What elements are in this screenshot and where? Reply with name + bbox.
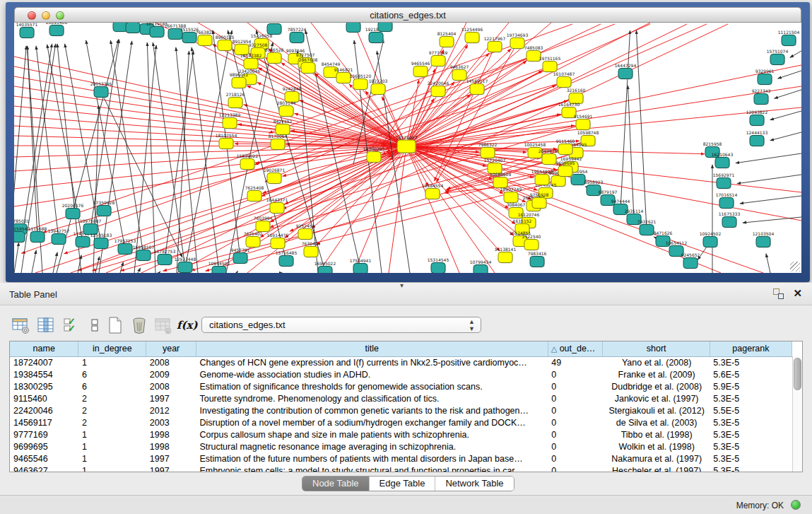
table-cell[interactable]: 2012 (146, 404, 196, 416)
table-cell[interactable]: 2 (78, 392, 146, 404)
network-node[interactable]: 11675333 (719, 211, 741, 228)
network-node[interactable]: 7625408 (245, 185, 264, 202)
table-cell[interactable]: 0 (548, 465, 603, 472)
network-node[interactable]: 7603994 (254, 216, 273, 233)
table-cell[interactable]: Jankovic et al. (1997) (603, 392, 710, 404)
network-node[interactable]: 18300295 (363, 146, 385, 163)
network-node[interactable]: 10688609 (490, 172, 512, 189)
tab-network-table[interactable]: Network Table (435, 477, 513, 491)
table-cell[interactable]: 1 (78, 428, 146, 440)
table-cell[interactable]: 0 (548, 440, 603, 452)
network-node[interactable]: 8125404 (437, 31, 457, 48)
network-node[interactable]: 16107487 (553, 71, 575, 88)
close-panel-icon[interactable]: ✕ (793, 287, 802, 300)
table-cell[interactable]: 5.9E-5 (710, 380, 792, 392)
table-cell[interactable]: Estimation of significance thresholds fo… (196, 380, 548, 392)
table-cell[interactable]: Changes of HCN gene expression and I(f) … (196, 356, 548, 368)
network-node[interactable]: 12444133 (746, 130, 768, 147)
network-node[interactable]: 20691406 (46, 23, 68, 37)
network-node[interactable]: 11121504 (778, 30, 800, 47)
resize-grip[interactable] (790, 262, 800, 271)
table-cell[interactable]: 5.3E-5 (710, 356, 792, 368)
table-cell[interactable]: 1 (78, 465, 146, 472)
table-cell[interactable]: Dudbridge et al. (2008) (603, 380, 710, 392)
network-node[interactable]: 2718126 (226, 92, 245, 109)
scrollbar-thumb[interactable] (794, 358, 801, 390)
table-row[interactable]: 946554611997Estimation of the future num… (10, 452, 792, 465)
network-node[interactable]: 10944502 (208, 261, 230, 273)
column-header-name[interactable]: name (10, 341, 78, 356)
table-cell[interactable]: 0 (548, 428, 603, 440)
table-row[interactable]: 1872400712008Changes of HCN gene express… (10, 356, 792, 368)
table-cell[interactable]: Tourette syndrome. Phenomenology and cla… (196, 392, 548, 404)
memory-status-icon[interactable] (791, 500, 801, 510)
network-node[interactable]: 9227343 (752, 88, 771, 105)
network-node[interactable]: 20053346 (90, 81, 112, 98)
tab-node-table[interactable]: Node Table (302, 477, 370, 491)
column-header-year[interactable]: year (146, 341, 196, 356)
table-cell[interactable]: 2 (78, 416, 146, 428)
table-cell[interactable]: Genome-wide association studies in ADHD. (196, 368, 548, 380)
network-node[interactable]: 15692971 (713, 173, 735, 189)
network-node[interactable]: 2867608 (299, 57, 318, 74)
table-row[interactable]: 1938455462009Genome-wide association stu… (10, 368, 792, 380)
table-cell[interactable]: 0 (548, 380, 603, 392)
network-node[interactable]: 12217967 (484, 36, 506, 53)
network-node[interactable]: 3915954 (14, 226, 28, 243)
network-node[interactable]: 7663822 (196, 30, 215, 47)
network-node[interactable]: 8170064 (269, 134, 288, 151)
table-cell[interactable]: 6 (78, 380, 146, 392)
network-node[interactable]: 12923448 (175, 257, 196, 273)
network-node[interactable]: 15839022 (237, 153, 259, 170)
table-cell[interactable]: 5.5E-5 (710, 404, 792, 416)
table-cell[interactable]: Structural magnetic resonance image aver… (196, 440, 548, 452)
network-node[interactable]: 17359928 (93, 200, 115, 217)
splitter-handle-icon[interactable]: ▾ (400, 281, 404, 289)
network-node[interactable]: 1822203 (369, 78, 388, 95)
network-node[interactable]: 15314545 (428, 257, 449, 273)
network-node[interactable]: 10924502 (700, 231, 722, 248)
new-table-icon[interactable] (106, 316, 124, 334)
table-cell[interactable]: Wolkin et al. (1998) (603, 440, 710, 452)
network-node[interactable]: 9329961 (755, 69, 775, 86)
table-row[interactable]: 977716911998Corpus callosum shape and si… (10, 428, 792, 440)
table-cell[interactable]: 9463627 (10, 465, 78, 472)
window-titlebar[interactable]: citations_edges.txt (14, 7, 801, 23)
network-node[interactable]: 9245652 (681, 252, 700, 269)
table-cell[interactable]: 18724007 (10, 356, 78, 368)
table-cell[interactable]: 19384554 (10, 368, 78, 380)
network-node[interactable]: 17534941 (350, 258, 372, 273)
table-cell[interactable]: 5.3E-5 (710, 416, 792, 428)
table-cell[interactable]: Disruption of a novel member of a sodium… (196, 416, 548, 428)
table-cell[interactable]: 0 (548, 452, 603, 465)
tab-edge-table[interactable]: Edge Table (370, 477, 436, 491)
network-node[interactable]: 17016514 (716, 192, 738, 209)
table-row[interactable]: 969969511998Structural magnetic resonanc… (10, 440, 792, 452)
table-cell[interactable]: 22420046 (10, 404, 78, 416)
table-cell[interactable]: 49 (548, 356, 603, 368)
column-header-pagerank[interactable]: pagerank (710, 341, 792, 356)
table-cell[interactable]: 1997 (146, 452, 196, 465)
network-graph[interactable]: 1403557120691406106532871327902846616010… (14, 23, 801, 273)
table-cell[interactable]: 9465546 (10, 452, 78, 465)
network-node[interactable]: 7986322 (478, 142, 498, 159)
table-cell[interactable]: 0 (548, 368, 603, 380)
table-cell[interactable]: Hescheler et al. (1997) (603, 465, 710, 472)
network-node[interactable]: 12103504 (753, 231, 775, 248)
network-node[interactable]: 16782753 (154, 249, 176, 266)
select-all-icon[interactable]: ✓✓ (62, 316, 81, 334)
table-cell[interactable]: Nakamura et al. (1997) (603, 452, 710, 465)
table-cell[interactable]: 1 (78, 452, 146, 465)
float-panel-icon[interactable] (773, 288, 784, 299)
table-settings-icon[interactable] (11, 316, 30, 334)
network-node[interactable]: 11254496 (461, 27, 483, 44)
table-cell[interactable]: 0 (548, 404, 603, 416)
table-cell[interactable]: Estimation of the future numbers of pati… (196, 452, 548, 465)
table-cell[interactable]: Stergiakouli et al. (2012) (603, 404, 710, 416)
table-cell[interactable]: 0 (548, 392, 603, 404)
network-node[interactable]: 8186528 (265, 47, 284, 64)
table-cell[interactable]: 14569117 (10, 416, 78, 428)
network-node[interactable]: 8813054 (344, 23, 363, 33)
network-node[interactable]: 9756928 (530, 192, 549, 209)
table-cell[interactable]: 5.3E-5 (710, 440, 792, 452)
